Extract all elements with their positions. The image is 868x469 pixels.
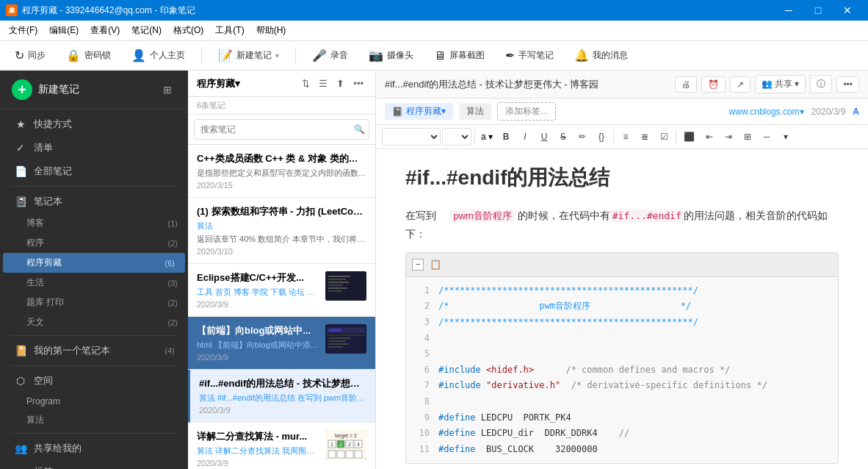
- editor-date: 2020/3/9: [811, 107, 846, 117]
- indent-left-button[interactable]: ⇤: [701, 129, 718, 144]
- sidebar-item-blog[interactable]: 博客 (1): [0, 213, 188, 233]
- note-body: 在写到 pwm音阶程序 的时候，在代码中有#if...#endif的用法问题，相…: [405, 207, 839, 464]
- sync-icon: ↻: [15, 49, 24, 62]
- record-button[interactable]: 🎤 录音: [305, 45, 355, 66]
- note-item-2[interactable]: Eclipse搭建C/C++开发... 工具 首页 博客 学院 下载 论坛 问答…: [188, 264, 375, 317]
- handwrite-button[interactable]: ✒ 手写笔记: [498, 45, 561, 66]
- title-bar: 象 程序剪藏 - 3392446642@qq.com - 印象笔记 ─ □ ✕: [0, 0, 868, 21]
- password-button[interactable]: 🔒 密码锁: [59, 45, 118, 66]
- app-icon: 象: [6, 4, 18, 16]
- note-item-3[interactable]: 【前端】向blog或网站中... html 【前端】向blog或网站中添加加法高…: [188, 317, 375, 370]
- align-button[interactable]: ⬛: [679, 129, 699, 144]
- menu-note[interactable]: 笔记(N): [126, 21, 167, 40]
- menu-format[interactable]: 格式(O): [167, 21, 209, 40]
- checkbox-button[interactable]: ☑: [655, 129, 673, 144]
- profile-button[interactable]: 👤 个人主页: [124, 45, 192, 66]
- strikethrough-button[interactable]: S̶: [554, 129, 572, 144]
- tag-icon: 🏷: [13, 466, 28, 469]
- sidebar-item-notebooks[interactable]: 📓 笔记本: [3, 190, 185, 213]
- underline-button[interactable]: U: [535, 129, 553, 144]
- sidebar-item-program[interactable]: 程序 (2): [0, 233, 188, 253]
- code-button[interactable]: {}: [593, 129, 610, 144]
- add-tag-button[interactable]: 添加标签...: [497, 102, 556, 121]
- sidebar-item-clipping[interactable]: 程序剪藏 (6): [3, 253, 185, 273]
- sidebar-item-all-notes[interactable]: 📄 全部笔记: [3, 160, 185, 183]
- view-toggle-button[interactable]: ☰: [316, 76, 330, 90]
- fold-icon[interactable]: −: [412, 259, 424, 271]
- note-item-4[interactable]: #if...#endif的用法总结 - 技术让梦想更伟... 算法 #if...…: [188, 370, 375, 423]
- font-size-select[interactable]: [442, 128, 471, 146]
- sidebar-item-shortcuts[interactable]: ★ 快捷方式: [3, 112, 185, 136]
- note-item-5[interactable]: 详解二分查找算法 - mur... 算法 详解二分查找算法 我周围的人几乎都认为…: [188, 423, 375, 469]
- indent-right-button[interactable]: ⇥: [720, 129, 737, 144]
- lock-icon: 🔒: [66, 49, 81, 62]
- table-button[interactable]: ⊞: [739, 129, 756, 144]
- sort-button[interactable]: ⇅: [299, 76, 313, 90]
- editor-toolbar: a ▾ B I U S̶ ✏ {} ≡ ≣ ☑ ⬛ ⇤ ⇥ ⊞ ─ ▾: [376, 125, 868, 149]
- search-icon[interactable]: 🔍: [354, 124, 365, 135]
- sidebar-item-first-notebook[interactable]: 📔 我的第一个笔记本 (4): [3, 339, 185, 362]
- note-list-title[interactable]: 程序剪藏▾: [197, 77, 299, 90]
- ordered-list-button[interactable]: ≣: [636, 129, 654, 144]
- messages-button[interactable]: 🔔 我的消息: [567, 45, 635, 66]
- more-button[interactable]: •••: [836, 76, 859, 93]
- print-button[interactable]: 🖨: [675, 76, 697, 93]
- code-line-5: 5: [412, 346, 832, 362]
- menu-tools[interactable]: 工具(T): [209, 21, 250, 40]
- info-button[interactable]: ⓘ: [810, 75, 832, 93]
- close-button[interactable]: ✕: [833, 0, 862, 21]
- italic-button[interactable]: I: [516, 129, 534, 144]
- sidebar-item-astronomy[interactable]: 天文 (2): [0, 312, 188, 332]
- code-line-11: 11#define BUS_CLOCK 32000000: [412, 442, 832, 458]
- sidebar-item-life[interactable]: 生活 (3): [0, 273, 188, 293]
- minimize-button[interactable]: ─: [774, 0, 803, 21]
- sidebar-item-program-space[interactable]: Program: [0, 393, 188, 410]
- menu-file[interactable]: 文件(F): [3, 21, 43, 40]
- font-family-select[interactable]: [382, 128, 441, 146]
- sidebar-item-shared[interactable]: 👥 共享给我的: [3, 437, 185, 460]
- sync-button[interactable]: ↻ 同步: [7, 45, 53, 66]
- search-input[interactable]: [194, 119, 369, 140]
- new-note-toolbar-button[interactable]: 📝 新建笔记 ▾: [211, 45, 286, 66]
- svg-rect-28: [355, 451, 362, 458]
- code-line-3: 3/**************************************…: [412, 315, 832, 331]
- source-link[interactable]: www.cnblogs.com▾: [729, 107, 804, 117]
- font-color-dropdown[interactable]: a ▾: [478, 129, 496, 144]
- reminder-button[interactable]: ⏰: [701, 76, 726, 93]
- notebook-chip[interactable]: 📓 程序剪藏▾: [385, 103, 453, 120]
- toolbar-et-div-3: [676, 130, 676, 143]
- copy-icon[interactable]: 📋: [430, 256, 441, 273]
- code-line-7: 7#include "derivative.h" /* derivative-s…: [412, 378, 832, 394]
- sidebar-item-spaces[interactable]: ⬡ 空间: [3, 369, 185, 393]
- sidebar-item-algorithm-space[interactable]: 算法: [0, 410, 188, 430]
- menu-edit[interactable]: 编辑(E): [43, 21, 84, 40]
- grid-view-button[interactable]: ⊞: [159, 81, 176, 99]
- share-people-button[interactable]: 👥 共享 ▾: [755, 75, 806, 93]
- notes-icon: 📄: [13, 165, 28, 177]
- lang-button[interactable]: A: [853, 107, 859, 117]
- unordered-list-button[interactable]: ≡: [617, 129, 634, 144]
- sidebar-separator-2: [10, 335, 178, 336]
- mic-icon: 🎤: [312, 49, 327, 62]
- bold-button[interactable]: B: [497, 129, 515, 144]
- sidebar-item-todo[interactable]: ✓ 清单: [3, 136, 185, 160]
- sidebar-item-tags[interactable]: 🏷 标签: [3, 460, 185, 469]
- line-button[interactable]: ─: [758, 129, 775, 144]
- code-block-header: − 📋: [406, 253, 838, 276]
- menu-help[interactable]: 帮助(H): [250, 21, 292, 40]
- maximize-button[interactable]: □: [803, 0, 833, 21]
- sidebar-item-problem[interactable]: 题库 打印 (2): [0, 293, 188, 312]
- highlight-button[interactable]: ✏: [574, 129, 591, 144]
- menu-view[interactable]: 查看(V): [84, 21, 126, 40]
- more-options-button[interactable]: •••: [350, 76, 366, 90]
- share-button[interactable]: ↗: [730, 76, 751, 93]
- note-item-0[interactable]: C++类成员函数 C++ 类 & 对象 类的成员函数... 是指那些把定义和原型…: [188, 145, 375, 198]
- screenshot-button[interactable]: 🖥 屏幕截图: [427, 46, 492, 66]
- algorithm-tag[interactable]: 算法: [459, 103, 491, 120]
- more-format-button[interactable]: ▾: [777, 129, 795, 144]
- import-button[interactable]: ⬆: [333, 76, 347, 90]
- svg-rect-26: [337, 451, 344, 458]
- new-note-sidebar-button[interactable]: + 新建笔记 ⊞: [0, 71, 188, 110]
- camera-button[interactable]: 📷 摄像头: [361, 45, 421, 66]
- note-item-1[interactable]: (1) 探索数组和字符串 - 力扣 (LeetCode) 算法 返回该章节 40…: [188, 198, 375, 264]
